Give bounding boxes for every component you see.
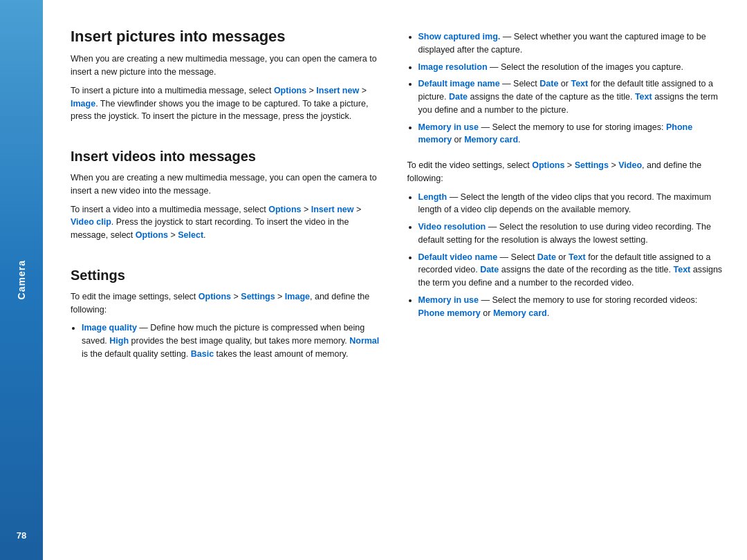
text-link2: Text [635, 92, 652, 102]
select-link[interactable]: Select [178, 230, 203, 240]
image-settings-list: Image quality — Define how much the pict… [71, 321, 387, 360]
options-link3[interactable]: Options [136, 230, 168, 240]
high-link: High [109, 336, 129, 346]
image-resolution-label: Image resolution [418, 62, 488, 72]
memory-in-use-video-item: Memory in use — Select the memory to use… [418, 294, 723, 320]
insert-pictures-title: Insert pictures into messages [71, 28, 387, 46]
text-before-link: To insert a picture into a multimedia me… [71, 86, 274, 95]
date-link3: Date [537, 252, 556, 262]
memory-card-link1: Memory card [464, 135, 518, 144]
video-settings-intro: To edit the video settings, select Optio… [407, 159, 723, 185]
memory-in-use-label2: Memory in use [418, 295, 479, 305]
date-link2: Date [449, 92, 468, 102]
right-column: Show captured img. — Select whether you … [407, 28, 723, 539]
image-settings-continued-list: Show captured img. — Select whether you … [407, 30, 723, 151]
normal-link: Normal [349, 336, 379, 346]
insert-pictures-para1: When you are creating a new multimedia m… [71, 53, 387, 79]
text-link3: Text [569, 252, 586, 262]
memory-in-use-label1: Memory in use [418, 122, 479, 132]
text-link4: Text [673, 265, 690, 274]
page-container: Camera 78 Insert pictures into messages … [0, 0, 747, 560]
default-video-name-label: Default video name [418, 252, 498, 262]
sidebar: Camera 78 [0, 0, 43, 560]
sidebar-label: Camera [16, 260, 27, 299]
insert-pictures-section: Insert pictures into messages When you a… [71, 28, 387, 129]
default-image-name-label: Default image name [418, 79, 500, 88]
settings-link[interactable]: Settings [241, 292, 275, 301]
options-link2[interactable]: Options [268, 205, 301, 214]
video-settings-list: Length — Select the length of the video … [407, 191, 723, 324]
image-link[interactable]: Image [71, 99, 95, 109]
video-resolution-item: Video resolution — Select the resolution… [418, 221, 723, 247]
memory-card-link2: Memory card [493, 308, 547, 318]
settings-link2[interactable]: Settings [575, 160, 609, 170]
settings-title: Settings [71, 267, 387, 283]
image-resolution-item: Image resolution — Select the resolution… [418, 61, 723, 74]
video-resolution-label: Video resolution [418, 222, 486, 232]
image-quality-item: Image quality — Define how much the pict… [82, 321, 387, 360]
options-link1[interactable]: Options [274, 86, 306, 95]
insert-videos-para1: When you are creating a new multimedia m… [71, 171, 387, 198]
default-video-name-item: Default video name — Select Date or Text… [418, 251, 723, 290]
date-link4: Date [480, 265, 499, 274]
insert-new-link2[interactable]: Insert new [311, 205, 354, 214]
settings-section: Settings To edit the image settings, sel… [71, 267, 387, 366]
image-quality-label: Image quality [82, 323, 137, 333]
page-number: 78 [17, 530, 26, 541]
options-link5[interactable]: Options [532, 160, 564, 170]
video-clip-link[interactable]: Video clip [71, 217, 111, 227]
video-link[interactable]: Video [618, 160, 642, 170]
settings-intro: To edit the image settings, select Optio… [71, 290, 387, 317]
main-content: Insert pictures into messages When you a… [43, 0, 747, 560]
options-link4[interactable]: Options [199, 292, 231, 301]
length-item: Length — Select the length of the video … [418, 191, 723, 217]
insert-videos-title: Insert videos into messages [71, 148, 387, 165]
left-column: Insert pictures into messages When you a… [71, 28, 387, 539]
phone-memory-link2: Phone memory [418, 308, 481, 318]
memory-in-use-images-item: Memory in use — Select the memory to use… [418, 121, 723, 147]
show-captured-item: Show captured img. — Select whether you … [418, 30, 723, 57]
basic-link: Basic [191, 349, 214, 359]
text-link1: Text [571, 79, 588, 88]
default-image-name-item: Default image name — Select Date or Text… [418, 77, 723, 116]
insert-videos-section: Insert videos into messages When you are… [71, 148, 387, 248]
show-captured-label: Show captured img. [418, 32, 501, 41]
length-label: Length [418, 192, 448, 202]
insert-pictures-para2: To insert a picture into a multimedia me… [71, 84, 387, 123]
insert-videos-para2: To insert a video into a multimedia mess… [71, 203, 387, 242]
insert-new-link[interactable]: Insert new [316, 86, 359, 95]
date-link1: Date [540, 79, 558, 88]
image-link2[interactable]: Image [285, 292, 310, 301]
